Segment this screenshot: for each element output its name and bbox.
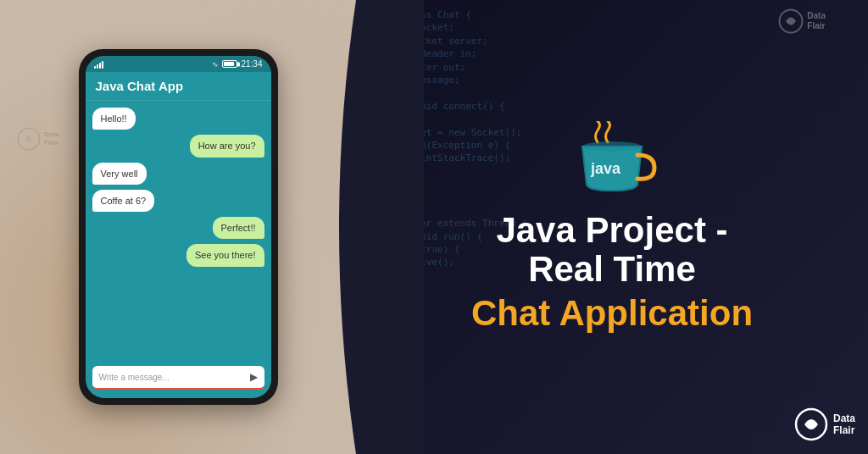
watermark-1: DataFlair bbox=[17, 127, 58, 151]
phone-mockup: ∿ 21:34 Java Chat App Hello!! How are yo… bbox=[79, 49, 278, 405]
right-panel: public class Chat { Socket socket; Serve… bbox=[356, 0, 868, 454]
dataflair-logo-br bbox=[794, 407, 828, 441]
main-title: Java Project - Real Time bbox=[496, 211, 727, 289]
message-6: See you there! bbox=[186, 244, 264, 266]
message-placeholder: Write a message... bbox=[99, 373, 245, 382]
message-2: How are you? bbox=[190, 135, 264, 157]
svg-point-3 bbox=[582, 141, 642, 152]
dataflair-top-watermark: DataFlair bbox=[778, 8, 826, 34]
sub-title: Chat Application bbox=[471, 294, 753, 333]
status-bar: ∿ 21:34 bbox=[86, 56, 271, 72]
panel-divider bbox=[288, 0, 424, 454]
send-button[interactable]: ▶ bbox=[250, 371, 258, 383]
time-display: 21:34 bbox=[241, 59, 262, 69]
dataflair-brand-text: Data Flair bbox=[833, 412, 855, 437]
message-5: Perfect!! bbox=[213, 217, 264, 239]
message-1: Hello!! bbox=[92, 108, 136, 130]
message-3: Very well bbox=[92, 163, 147, 185]
app-title: Java Chat App bbox=[96, 79, 184, 93]
java-logo: java bbox=[565, 121, 659, 197]
app-title-bar: Java Chat App bbox=[86, 72, 271, 101]
svg-text:java: java bbox=[590, 160, 621, 177]
right-content: java Java Project - Real Time Chat Appli… bbox=[437, 104, 787, 350]
dataflair-bottom-right: Data Flair bbox=[794, 407, 855, 441]
chat-area: Hello!! How are you? Very well Coffe at … bbox=[86, 101, 271, 363]
message-input-area[interactable]: Write a message... ▶ bbox=[92, 366, 264, 390]
message-4: Coffe at 6? bbox=[92, 190, 155, 212]
